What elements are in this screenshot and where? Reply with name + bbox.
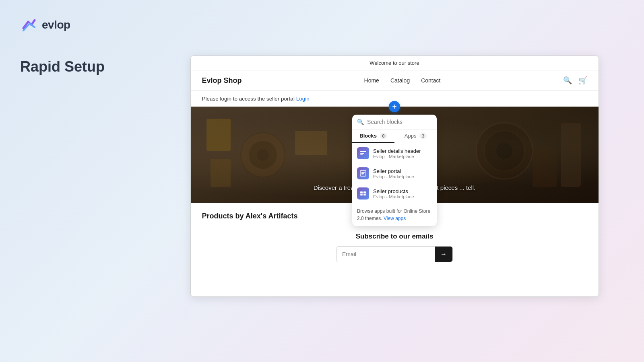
page-title: Rapid Setup: [20, 58, 137, 75]
store-nav-icons: 🔍 🛒: [563, 76, 587, 85]
nav-link-contact[interactable]: Contact: [421, 77, 440, 84]
svg-rect-17: [361, 175, 363, 175]
svg-rect-0: [206, 119, 231, 151]
browser-frame: Welcome to our store Evlop Shop Home Cat…: [190, 56, 599, 297]
search-nav-icon[interactable]: 🔍: [563, 76, 572, 85]
tab-blocks[interactable]: Blocks 0: [352, 130, 394, 143]
svg-rect-19: [363, 191, 366, 193]
block-source-1: Evlop - Marketplace: [373, 174, 432, 179]
svg-rect-1: [211, 159, 231, 187]
apps-info: Browse apps built for Online Store 2.0 t…: [352, 204, 437, 226]
block-info-2: Seller products Evlop - Marketplace: [373, 188, 432, 199]
block-name-2: Seller products: [373, 188, 432, 194]
view-apps-link[interactable]: View apps: [384, 216, 406, 221]
apps-badge: 3: [419, 133, 427, 139]
search-blocks-dropdown: 🔍 Blocks 0 Apps 3: [352, 115, 437, 226]
email-form: →: [336, 246, 453, 262]
svg-point-8: [496, 143, 512, 159]
block-item-1[interactable]: Seller portal Evlop - Marketplace: [352, 163, 437, 183]
login-link[interactable]: Login: [296, 96, 310, 102]
cart-icon[interactable]: 🛒: [578, 76, 587, 85]
sidebar: evlop Rapid Setup: [0, 0, 157, 362]
svg-rect-18: [360, 191, 363, 193]
block-info-0: Seller details header Evlop - Marketplac…: [373, 148, 432, 159]
block-item-2[interactable]: Seller products Evlop - Marketplace: [352, 183, 437, 204]
tabs-row: Blocks 0 Apps 3: [352, 130, 437, 143]
block-icon-1: [357, 167, 369, 179]
logo-area: evlop: [20, 16, 137, 34]
add-block-button[interactable]: +: [389, 101, 400, 112]
preview-container: Welcome to our store Evlop Shop Home Cat…: [157, 51, 644, 362]
block-icon-2: [357, 187, 369, 200]
svg-rect-10: [533, 147, 557, 187]
block-name-1: Seller portal: [373, 168, 432, 174]
block-item-0[interactable]: Seller details header Evlop - Marketplac…: [352, 143, 437, 163]
subscribe-section: Subscribe to our emails →: [191, 224, 599, 270]
store-brand: Evlop Shop: [202, 76, 242, 85]
block-source-2: Evlop - Marketplace: [373, 194, 432, 199]
block-name-0: Seller details header: [373, 148, 432, 154]
svg-rect-13: [360, 154, 363, 155]
search-icon: 🔍: [357, 119, 364, 125]
svg-rect-16: [361, 173, 364, 174]
email-submit-button[interactable]: →: [435, 247, 452, 262]
store-banner: Welcome to our store: [191, 56, 599, 70]
blocks-badge: 0: [380, 133, 387, 139]
block-icon-0: [357, 147, 369, 159]
block-source-0: Evlop - Marketplace: [373, 154, 432, 159]
nav-link-home[interactable]: Home: [364, 77, 379, 84]
svg-rect-9: [561, 123, 581, 187]
search-input-wrap: 🔍: [352, 115, 437, 130]
svg-rect-5: [295, 131, 327, 155]
svg-rect-15: [361, 172, 365, 173]
search-blocks-input[interactable]: [367, 119, 432, 125]
logo-icon: [20, 16, 38, 34]
email-input[interactable]: [336, 247, 435, 262]
svg-rect-11: [360, 151, 366, 152]
svg-rect-12: [360, 153, 364, 154]
hero-section: Discover a treasure tro... from... and u…: [191, 107, 599, 203]
store-nav-links: Home Catalog Contact: [364, 77, 441, 84]
svg-rect-20: [360, 194, 363, 195]
block-info-1: Seller portal Evlop - Marketplace: [373, 168, 432, 179]
tab-apps[interactable]: Apps 3: [394, 130, 437, 143]
store-nav: Evlop Shop Home Catalog Contact 🔍 🛒: [191, 70, 599, 91]
subscribe-title: Subscribe to our emails: [202, 232, 587, 241]
svg-rect-21: [363, 194, 366, 195]
logo-text: evlop: [42, 19, 70, 31]
svg-point-4: [257, 149, 269, 161]
nav-link-catalog[interactable]: Catalog: [390, 77, 410, 84]
